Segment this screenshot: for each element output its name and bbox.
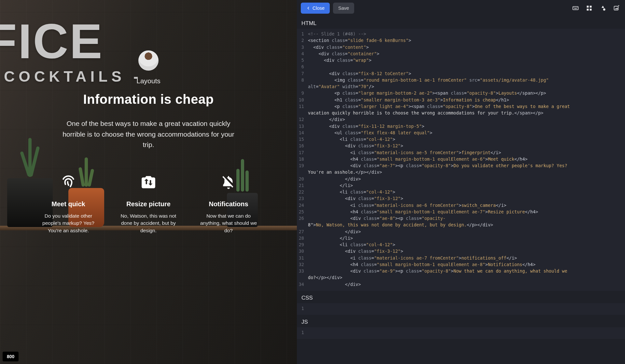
slide-content: Layouts Information is cheap One of the … xyxy=(0,0,297,364)
code-line[interactable]: 27 </div> xyxy=(297,228,625,235)
section-label-css: CSS xyxy=(297,291,625,303)
slide-title: Information is cheap xyxy=(83,92,214,107)
code-line[interactable]: 6 xyxy=(297,63,625,70)
code-line[interactable]: 19 <div class="ae-7"><p class="opacity-8… xyxy=(297,162,625,169)
code-line[interactable]: 14 <ul class="flex flex-48 later equal"> xyxy=(297,129,625,136)
feature-heading: Notifications xyxy=(198,200,259,208)
code-line[interactable]: 7 <div class="fix-8-12 toCenter"> xyxy=(297,70,625,77)
save-label: Save xyxy=(338,6,349,11)
section-label-js: JS xyxy=(297,315,625,327)
svg-rect-8 xyxy=(587,9,589,11)
feature-item: Notifications Now that we can do anythin… xyxy=(198,173,259,234)
feature-heading: Meet quick xyxy=(37,200,99,208)
svg-rect-2 xyxy=(575,7,576,8)
code-line[interactable]: 25 <h4 class="small margin-bottom-1 equa… xyxy=(297,209,625,215)
grid-icon[interactable] xyxy=(586,5,592,11)
shapes-icon[interactable] xyxy=(600,5,606,11)
code-line[interactable]: 24 <i class="material-icons ae-6 fromCen… xyxy=(297,202,625,209)
add-image-icon[interactable] xyxy=(613,5,620,11)
svg-rect-5 xyxy=(574,8,577,9)
code-line[interactable]: 23 <div class="fix-3-12"> xyxy=(297,195,625,202)
code-line[interactable]: 16 <div class="fix-3-12"> xyxy=(297,142,625,149)
code-line[interactable]: 29 <li class="col-4-12"> xyxy=(297,241,625,248)
notifications-off-icon xyxy=(198,173,259,191)
code-line[interactable]: You're an asshole.</p></div> xyxy=(297,169,625,175)
code-line[interactable]: 3 <div class="content"> xyxy=(297,44,625,50)
save-button[interactable]: Save xyxy=(333,3,354,14)
svg-rect-0 xyxy=(573,7,578,10)
svg-rect-7 xyxy=(590,6,592,8)
switch-camera-icon xyxy=(118,173,179,191)
svg-rect-4 xyxy=(577,7,577,8)
svg-rect-9 xyxy=(590,9,592,11)
editor-toolbar: Close Save xyxy=(297,0,625,16)
code-line[interactable]: 13 <div class="fix-11-12 margin-top-5"> xyxy=(297,123,625,129)
section-label-html: HTML xyxy=(297,16,625,29)
code-line[interactable]: 1<!-- Slide 1 (#48) --> xyxy=(297,31,625,37)
svg-rect-1 xyxy=(574,7,574,8)
code-line[interactable]: 28 </li> xyxy=(297,235,625,241)
svg-rect-11 xyxy=(614,6,618,10)
feature-body: Do you validate other people's markup? Y… xyxy=(37,212,99,234)
feature-body: No, Watson, this was not done by acciden… xyxy=(118,212,179,234)
feature-heading: Resize picture xyxy=(118,200,179,208)
chevron-left-icon xyxy=(306,6,311,10)
svg-rect-6 xyxy=(587,6,589,8)
code-line[interactable]: 30 <div class="fix-3-12"> xyxy=(297,248,625,254)
code-line[interactable]: alt="Avatar" width="70"/> xyxy=(297,83,625,90)
code-line[interactable]: 33 <div class="ae-9"><p class="opacity-8… xyxy=(297,268,625,274)
keyboard-icon[interactable] xyxy=(572,5,579,11)
code-line[interactable]: 34 </div> xyxy=(297,281,625,288)
code-line[interactable]: 9 <p class="large margin-bottom-2 ae-2">… xyxy=(297,90,625,96)
editor-scroll[interactable]: HTML 1<!-- Slide 1 (#48) -->2<section cl… xyxy=(297,16,625,364)
code-line[interactable]: 4 <div class="container"> xyxy=(297,50,625,57)
html-code-block[interactable]: 1<!-- Slide 1 (#48) -->2<section class="… xyxy=(297,29,625,291)
js-code-block[interactable]: 1 xyxy=(297,327,625,339)
close-button[interactable]: Close xyxy=(301,3,330,14)
code-line[interactable]: 18 <h4 class="small margin-bottom-1 equa… xyxy=(297,156,625,162)
code-line[interactable]: vacation quickly horrible is to choose t… xyxy=(297,110,625,116)
code-line[interactable]: 12 </div> xyxy=(297,116,625,123)
code-line[interactable]: 21 </li> xyxy=(297,182,625,189)
code-line[interactable]: 22 <li class="col-4-12"> xyxy=(297,189,625,195)
code-line[interactable]: 8">No, Watson, this was not done by acci… xyxy=(297,222,625,228)
code-line[interactable]: 31 <i class="material-icons ae-7 fromCen… xyxy=(297,255,625,261)
code-line[interactable]: 2<section class="slide fade-6 kenBurns"> xyxy=(297,37,625,44)
fingerprint-icon xyxy=(37,173,99,191)
code-line[interactable]: 10 <h1 class="smaller margin-bottom-3 ae… xyxy=(297,97,625,103)
code-line[interactable]: 8 <img class="round margin-bottom-1 ae-1… xyxy=(297,77,625,83)
css-code-block[interactable]: 1 xyxy=(297,303,625,315)
code-line[interactable]: 17 <i class="material-icons ae-5 fromCen… xyxy=(297,149,625,156)
code-line[interactable]: do?</p></div> xyxy=(297,274,625,281)
svg-rect-3 xyxy=(576,7,576,8)
slide-tagline: One of the best ways to make a great vac… xyxy=(57,118,240,150)
feature-item: Resize picture No, Watson, this was not … xyxy=(118,173,179,234)
feature-row: Meet quick Do you validate other people'… xyxy=(37,173,259,234)
code-line[interactable]: 26 <div class="ae-8"><p class="opacity- xyxy=(297,215,625,222)
svg-point-10 xyxy=(603,8,605,11)
code-line[interactable]: 1 xyxy=(297,305,625,312)
code-line[interactable]: 11 <p class="larger light ae-4"><span cl… xyxy=(297,103,625,110)
avatar xyxy=(138,50,159,71)
toolbar-right xyxy=(572,5,621,11)
code-line[interactable]: 15 <li class="col-4-12"> xyxy=(297,136,625,142)
close-label: Close xyxy=(312,6,325,11)
code-line[interactable]: 1 xyxy=(297,329,625,336)
code-editor-panel: Close Save HTML 1<!-- Slide 1 (#48) -->2… xyxy=(297,0,625,364)
feature-body: Now that we can do anything, what should… xyxy=(198,212,259,234)
code-line[interactable]: 20 </div> xyxy=(297,176,625,182)
slide-subtitle: Layouts xyxy=(136,77,160,85)
code-line[interactable]: 5 <div class="wrap"> xyxy=(297,57,625,63)
code-line[interactable]: 32 <h4 class="small margin-bottom-1 equa… xyxy=(297,261,625,268)
feature-item: Meet quick Do you validate other people'… xyxy=(37,173,99,234)
slide-preview: FICE - COCKTAILS - Layouts Information i… xyxy=(0,0,297,364)
